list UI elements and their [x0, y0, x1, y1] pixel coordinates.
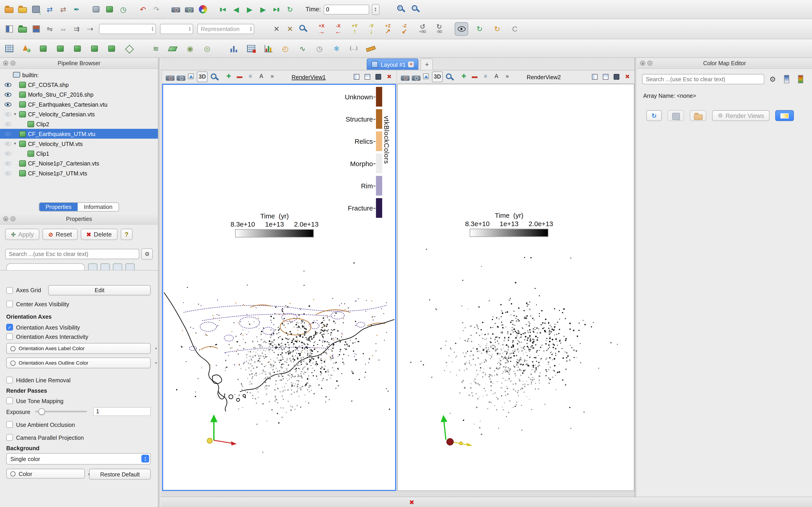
glyph-2-filter-icon[interactable] [106, 42, 118, 55]
layout-tab[interactable]: Layout #1 ✕ [367, 58, 419, 70]
view-more-chevron[interactable]: » [502, 71, 512, 81]
separate-colormap-icon[interactable] [30, 23, 43, 35]
time-input[interactable] [323, 4, 369, 14]
orientation-axes-visibility-checkbox[interactable] [6, 324, 13, 331]
view-adjust-icon[interactable]: ≡ [246, 71, 255, 81]
extract-subset-icon[interactable] [89, 42, 101, 55]
axes-grid-checkbox[interactable] [6, 287, 13, 293]
search-options-gear-icon[interactable]: ⚙ [141, 248, 153, 260]
pipeline-item[interactable]: Clip2 [0, 119, 158, 129]
plot-over-time-icon[interactable]: ◴ [279, 42, 292, 55]
camera-undo-icon[interactable] [170, 3, 183, 16]
pipeline-item[interactable]: CF_COSTA.shp [0, 80, 158, 90]
view-remove-icon[interactable]: ▬ [470, 71, 479, 81]
view-text-annotation-icon[interactable]: A [256, 71, 266, 81]
apply-preset-button[interactable] [775, 110, 794, 121]
view-camera-reset-icon[interactable] [399, 71, 409, 81]
contour-filter-icon[interactable]: ≋ [150, 42, 162, 55]
color-legend-toggle-icon[interactable] [3, 23, 16, 35]
rotate-90-ccw-button[interactable]: ↻-90 [432, 22, 446, 36]
undock-panel-icon[interactable] [10, 216, 16, 221]
refresh-colormap-button[interactable]: ↻ [646, 110, 662, 121]
use-ambient-occlusion-checkbox[interactable] [6, 421, 13, 428]
maximize-view-button[interactable] [612, 72, 621, 82]
visibility-eye-icon[interactable] [4, 112, 11, 116]
use-tone-mapping-checkbox[interactable] [6, 397, 13, 404]
pipeline-item[interactable]: CF_Noise1p7_UTM.vts [0, 168, 158, 178]
python-trace-icon[interactable]: ✒ [70, 3, 83, 16]
component-combo[interactable] [160, 24, 193, 34]
view-adjust-icon[interactable]: ≡ [480, 71, 490, 81]
glyph-filter-icon[interactable] [20, 42, 33, 55]
ruler-icon[interactable] [364, 42, 377, 55]
restore-default-button[interactable]: Restore Default [89, 469, 151, 480]
view-remove-icon[interactable]: ▬ [235, 71, 245, 81]
rescale-to-data-icon[interactable]: ⇋ [44, 23, 56, 35]
panel-splitter[interactable] [158, 58, 160, 507]
view-screenshot-icon[interactable] [421, 71, 431, 81]
zoom-to-box-icon[interactable] [409, 3, 422, 16]
delete-button[interactable]: ✖Delete [81, 229, 117, 240]
view-camera-icon[interactable] [175, 71, 185, 81]
reset-camera-closest-icon[interactable]: ↻ [491, 23, 503, 35]
threshold-filter-icon[interactable] [71, 42, 84, 55]
expander-icon[interactable]: ▾ [14, 112, 19, 117]
open-file-icon[interactable] [3, 3, 16, 16]
select-points-icon[interactable]: ✕ [284, 23, 296, 35]
extract-selection-icon[interactable] [245, 42, 257, 55]
view-camera-reset-icon[interactable] [164, 71, 174, 81]
split-vertical-button[interactable] [362, 72, 372, 82]
time-colorbar[interactable]: Time (yr) 8.3e+10 1e+13 2.0e+13 [231, 212, 318, 237]
import-preset-icon[interactable] [794, 73, 807, 85]
time-colorbar[interactable]: Time (yr) 8.3e+10 1e+13 2.0e+13 [465, 212, 553, 237]
first-frame-icon[interactable]: ▮◀ [216, 3, 229, 16]
view-screenshot-icon[interactable] [186, 71, 196, 81]
close-panel-icon[interactable] [3, 216, 8, 221]
axes-grid-edit-button[interactable]: Edit [48, 285, 151, 295]
visibility-eye-icon[interactable] [4, 122, 11, 126]
expander-icon[interactable]: ▾ [14, 141, 19, 146]
zoom-to-selection-icon[interactable] [297, 23, 310, 35]
view-add-icon[interactable]: ✚ [224, 71, 234, 81]
close-tab-icon[interactable]: ✕ [408, 62, 414, 67]
render-views-button[interactable]: ⚙Render Views [712, 110, 770, 121]
pipeline-item[interactable]: CF_Earthquakes_UTM.vtu [0, 129, 158, 138]
split-horizontal-button[interactable] [590, 72, 600, 82]
view2-name[interactable]: RenderView2 [527, 74, 561, 80]
group-datasets-icon[interactable] [123, 42, 135, 55]
pipeline-item[interactable]: Morfo_Stru_CF_2016.shp [0, 90, 158, 99]
last-frame-icon[interactable]: ▶▮ [270, 3, 283, 16]
temporal-snap-icon[interactable]: ❄ [330, 42, 343, 55]
spreadsheet-icon[interactable] [3, 42, 16, 55]
orientation-axes-interactivity-checkbox[interactable] [6, 333, 13, 340]
color-palette-icon[interactable] [197, 3, 209, 16]
close-view-button[interactable]: ✖ [384, 72, 394, 82]
close-panel-icon[interactable] [3, 60, 8, 66]
visibility-eye-icon[interactable] [4, 161, 11, 165]
visibility-eye-icon[interactable] [4, 82, 11, 87]
block-colors-legend[interactable]: UnknownStructureRelicsMorphoRimFracture … [345, 87, 391, 218]
view-minus-x-button[interactable]: -X← [332, 22, 345, 36]
time-stepper[interactable] [371, 4, 379, 15]
view-zoom-data-icon[interactable] [209, 71, 218, 81]
tab-information[interactable]: Information [78, 203, 119, 211]
exposure-value[interactable]: 1 [94, 407, 151, 416]
background-color-button[interactable]: Color [6, 469, 85, 478]
slice-filter-icon[interactable] [54, 42, 67, 55]
rescale-visible-icon[interactable]: ⇢ [84, 23, 96, 35]
undo-icon[interactable]: ↶ [137, 3, 149, 16]
chevron-down-icon[interactable]: ▾ [155, 361, 157, 365]
view-plus-y-button[interactable]: +Y↑ [348, 22, 361, 36]
view-add-icon[interactable]: ✚ [459, 71, 468, 81]
pipeline-item[interactable]: CF_Noise1p7_Cartesian.vts [0, 158, 158, 168]
help-button[interactable]: ? [120, 229, 133, 240]
visibility-eye-icon[interactable] [4, 102, 11, 106]
undock-panel-icon[interactable] [10, 60, 16, 66]
interpret-time-icon[interactable]: ◷ [117, 3, 130, 16]
reset-camera-icon[interactable]: ↻ [473, 23, 486, 35]
slider-knob[interactable] [39, 408, 45, 415]
visibility-eye-icon[interactable] [4, 152, 11, 156]
view-plus-z-button[interactable]: +Z↗ [381, 22, 395, 36]
abort-progress-icon[interactable]: ✖ [409, 499, 414, 505]
pipeline-item[interactable]: ▾CF_Velocity_Cartesian.vts [0, 109, 158, 119]
